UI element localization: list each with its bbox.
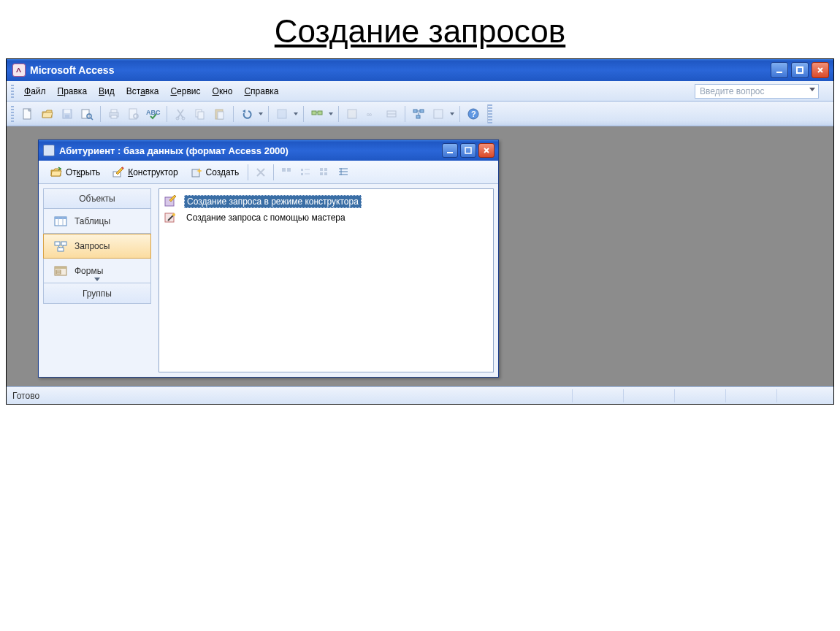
paste-icon[interactable] [211,105,229,123]
list-item[interactable]: Создание запроса с помощью мастера [164,210,489,226]
wizard-wand-icon [164,210,178,225]
print-icon[interactable] [105,105,123,123]
toolbar-overflow[interactable] [487,104,492,123]
office-links-icon[interactable] [273,105,291,123]
properties-icon[interactable] [383,105,400,123]
svg-rect-46 [320,172,323,175]
groups-header[interactable]: Группы [43,283,151,304]
svg-rect-1 [797,67,803,73]
save-icon[interactable] [58,105,76,123]
db-minimize-button[interactable] [442,143,458,158]
new-object-icon[interactable] [429,105,447,123]
menu-view[interactable]: Вид [93,83,121,99]
new-button[interactable]: Создать [185,163,245,182]
copy-icon[interactable] [191,105,209,123]
search-icon[interactable] [78,105,96,123]
small-icons-view-icon[interactable] [297,164,314,181]
access-app-window: Microsoft Access Файл Правка Вид Вставка… [6,58,834,405]
open-icon[interactable] [39,105,56,123]
svg-rect-41 [301,173,303,175]
help-search-box[interactable]: Введите вопрос [695,84,819,99]
design-icon [112,166,125,179]
chevron-down-icon [94,278,100,281]
svg-rect-31 [434,110,443,118]
analyze-icon[interactable] [308,105,326,123]
svg-rect-18 [198,112,204,119]
design-button[interactable]: Конструктор [107,163,183,182]
db-toolbar: Открыть Конструктор Создать [39,161,498,184]
access-app-icon [12,64,26,77]
menubar-grip[interactable] [11,85,14,98]
status-cell [776,389,828,402]
status-cell [674,389,725,402]
menu-help[interactable]: Справка [238,83,284,99]
close-button[interactable] [812,62,829,78]
list-view-icon[interactable] [316,164,333,181]
svg-rect-28 [413,110,417,112]
maximize-button[interactable] [791,62,809,78]
toolbar-grip[interactable] [11,106,14,122]
svg-rect-20 [218,112,224,119]
analyze-dropdown[interactable] [328,105,334,123]
statusbar-indicators [572,389,828,402]
db-window-controls [442,143,495,158]
database-icon [43,145,55,156]
app-title: Microsoft Access [30,64,771,76]
objects-header[interactable]: Объекты [43,188,151,209]
toolbar-separator [268,106,269,122]
svg-rect-57 [61,242,66,245]
undo-icon[interactable] [238,105,256,123]
objects-item-tables[interactable]: Таблицы [43,209,151,234]
list-item[interactable]: Создание запроса в режиме конструктора [164,194,489,210]
office-links-dropdown[interactable] [293,105,299,123]
cut-icon[interactable] [172,105,189,123]
toolbar-separator [459,106,460,122]
svg-rect-40 [301,169,303,171]
svg-rect-53 [55,217,66,219]
menu-edit[interactable]: Правка [52,83,93,99]
list-item-label: Создание запроса с помощью мастера [184,212,348,223]
svg-rect-62 [56,272,61,274]
svg-rect-35 [465,148,471,153]
help-search-placeholder: Введите вопрос [700,86,765,96]
large-icons-view-icon[interactable] [278,164,295,181]
help-icon[interactable]: ? [465,105,482,123]
toolbar-separator [303,106,304,122]
folder-open-icon [50,166,63,179]
minimize-button[interactable] [771,62,788,78]
db-maximize-button[interactable] [460,143,476,158]
table-icon [54,215,67,227]
menu-window[interactable]: Окно [207,83,239,99]
svg-point-65 [172,213,175,216]
open-button[interactable]: Открыть [45,163,105,182]
spellcheck-icon[interactable]: ABC [145,105,162,123]
svg-text:∞: ∞ [367,110,372,118]
menu-insert[interactable]: Вставка [121,83,165,99]
details-view-icon[interactable] [335,164,352,181]
svg-rect-60 [55,267,66,269]
objects-item-forms[interactable]: Формы [43,259,151,283]
svg-rect-61 [56,270,61,272]
print-preview-icon[interactable] [125,105,142,123]
new-object-dropdown[interactable] [449,105,455,123]
chevron-down-icon [809,88,815,91]
svg-rect-22 [312,111,316,115]
new-icon[interactable] [19,105,37,123]
delete-icon[interactable] [252,164,270,181]
script-icon[interactable]: ∞ [363,105,381,123]
object-list-panel[interactable]: Создание запроса в режиме конструктора С… [159,188,494,372]
menu-file[interactable]: Файл [18,83,52,99]
objects-item-queries[interactable]: Запросы [43,234,151,259]
svg-rect-24 [348,110,356,118]
svg-rect-5 [65,115,69,118]
menubar: Файл Правка Вид Вставка Сервис Окно Спра… [7,81,833,102]
menu-tools[interactable]: Сервис [164,83,206,99]
svg-line-8 [91,118,93,120]
relationships-icon[interactable] [410,105,427,123]
undo-dropdown[interactable] [258,105,264,123]
svg-rect-23 [318,111,322,115]
svg-rect-30 [416,115,420,118]
db-close-button[interactable] [478,143,495,158]
svg-rect-56 [55,242,60,245]
code-icon[interactable] [343,105,361,123]
